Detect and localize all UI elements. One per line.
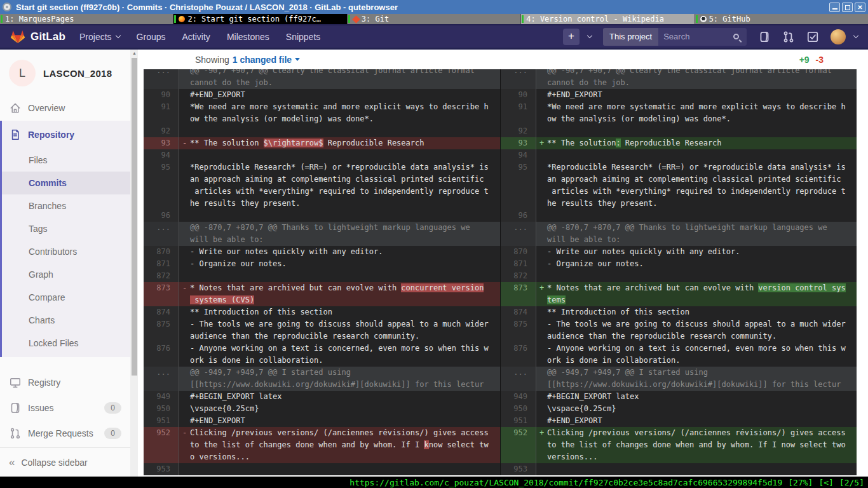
line-number[interactable]: 91 [501,101,536,125]
deletions-count: -3 [816,55,824,65]
line-number[interactable]: 874 [501,306,536,318]
minimize-button[interactable] [829,3,840,12]
gitlab-logotype[interactable]: GitLab [31,30,65,43]
line-number[interactable]: 875 [144,318,179,342]
line-number: ... [144,222,179,246]
line-number[interactable]: 90 [144,89,179,101]
browser-tab[interactable]: 2: Start git section (ff927c… [173,14,346,24]
line-number[interactable]: 950 [144,403,179,415]
line-number[interactable]: 872 [501,270,536,282]
user-avatar [831,29,846,44]
scrollbar-track[interactable]: ▲ [131,50,138,477]
nav-link-milestones[interactable]: Milestones [227,32,269,42]
nav-link-snippets[interactable]: Snippets [286,32,320,42]
sidebar-subitem-compare[interactable]: Compare [2,286,130,309]
browser-tab[interactable]: 3: Git [348,14,520,24]
line-number[interactable]: 952 [144,427,179,463]
sidebar-subitem-graph[interactable]: Graph [2,263,130,286]
sidebar-subitem-files[interactable]: Files [2,149,130,172]
line-number[interactable]: 873 [501,282,536,306]
line-number[interactable]: 93 [144,137,179,149]
user-menu[interactable] [831,29,858,44]
side-by-side-diff: ...@@ -90,7 +90,7 @@ Clearly the classic… [144,69,857,475]
merge-request-icon[interactable] [782,30,795,43]
search-scope-chip[interactable]: This project [603,28,658,46]
line-number[interactable]: 90 [501,89,536,101]
line-number[interactable]: 871 [144,258,179,270]
diff-row: 91*We need are more systematic and more … [501,101,857,125]
sidebar-item-registry[interactable]: Registry [0,370,130,395]
line-number[interactable]: 873 [144,282,179,306]
code-line: - Write our notes quickly with any edito… [536,246,857,258]
line-number[interactable]: 949 [144,391,179,403]
line-number[interactable]: 876 [144,342,179,367]
diff-row: 876- Anyone working on a text is concern… [144,342,500,367]
sidebar-item-repository[interactable]: Repository [2,121,130,149]
new-menu-button[interactable]: + [563,29,592,45]
sidebar-subitem-locked-files[interactable]: Locked Files [2,332,130,355]
line-number[interactable]: 93 [501,137,536,149]
line-number[interactable]: 952 [501,427,536,463]
sidebar-item-issues[interactable]: Issues 0 [0,395,130,421]
gitlab-tanuki-logo[interactable] [10,29,25,44]
diff-marker: + [539,282,544,294]
search-input[interactable] [658,32,733,41]
sidebar-item-merge-requests[interactable]: Merge Requests 0 [0,421,130,446]
sidebar-subitem-charts[interactable]: Charts [2,309,130,332]
line-number[interactable]: 94 [144,149,179,161]
sidebar-subitem-tags[interactable]: Tags [2,217,130,240]
line-number[interactable]: 94 [501,149,536,161]
code-line: - Anyone working on a text is concerned,… [179,342,500,367]
qutebrowser-icon [3,3,11,11]
line-number[interactable]: 96 [501,210,536,222]
line-number[interactable]: 876 [501,342,536,367]
todos-icon[interactable] [806,30,819,43]
close-button[interactable]: ✕ [855,3,865,12]
maximize-button[interactable] [842,3,853,12]
sidebar-item-overview[interactable]: Overview [0,95,130,121]
collapse-sidebar-button[interactable]: « Collapse sidebar [0,447,130,477]
line-number[interactable]: 870 [501,246,536,258]
line-number[interactable]: 874 [144,306,179,318]
line-number[interactable]: 950 [501,403,536,415]
line-number[interactable]: 951 [501,415,536,427]
code-line: - The tools we are going to discuss shou… [179,318,500,342]
line-number[interactable]: 875 [501,318,536,342]
code-line [179,270,500,282]
line-number[interactable]: 91 [144,101,179,125]
nav-link-activity[interactable]: Activity [182,32,210,42]
issues-icon [9,402,22,414]
browser-tab[interactable]: 1: MarquesPages [0,14,173,24]
line-number[interactable]: 96 [144,210,179,222]
scrollbar-thumb[interactable] [132,58,137,376]
browser-tab[interactable]: 4: Version control - Wikipedia [521,14,694,24]
browser-tab[interactable]: 5: GitHub [695,14,868,24]
repository-section: Repository FilesCommitsBranchesTagsContr… [0,121,130,357]
line-number[interactable]: 92 [144,125,179,137]
line-number[interactable]: 95 [144,161,179,210]
sidebar-subitem-branches[interactable]: Branches [2,194,130,217]
scrollbar-up-arrow[interactable]: ▲ [131,50,138,57]
line-number[interactable]: 953 [501,463,536,475]
line-number[interactable]: 951 [144,415,179,427]
diff-row: 92 [501,125,857,137]
nav-link-groups[interactable]: Groups [137,32,166,42]
line-number[interactable]: 871 [501,258,536,270]
issues-icon[interactable] [758,30,771,43]
code-line [536,125,857,137]
sidebar-subitem-contributors[interactable]: Contributors [2,240,130,263]
line-number[interactable]: 953 [144,463,179,475]
tab-indicator-icon [696,15,698,23]
sidebar-subitem-commits[interactable]: Commits [2,172,130,194]
line-number[interactable]: 92 [501,125,536,137]
diff-row: 952-Clicking /previous versions/ (/ancie… [144,427,500,463]
changed-files-link[interactable]: 1 changed file [233,55,292,65]
project-header[interactable]: L LASCON_2018 [0,50,130,95]
diff-row: 950\vspace{0.25cm} [501,403,857,415]
line-number[interactable]: 872 [144,270,179,282]
nav-link-projects[interactable]: Projects [79,32,120,42]
line-number[interactable]: 949 [501,391,536,403]
code-line: +Clicking /previous versions/ (/ancienne… [536,427,857,463]
line-number[interactable]: 870 [144,246,179,258]
line-number[interactable]: 95 [501,161,536,210]
